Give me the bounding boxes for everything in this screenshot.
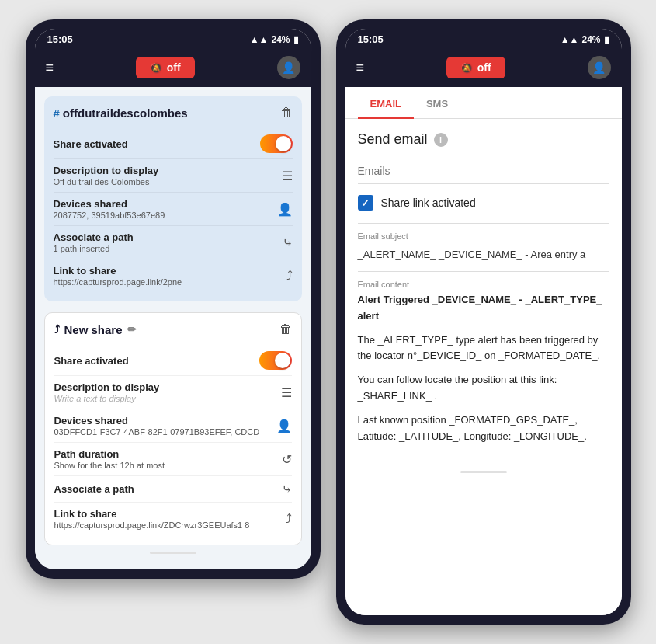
share-link-label: Share link activated <box>381 197 476 209</box>
hamburger-left[interactable]: ≡ <box>46 60 54 76</box>
link-icon-2: ⤴ <box>279 512 292 526</box>
user-icon-left: 👤 <box>282 61 295 74</box>
scrollbar-hint-right <box>460 471 507 473</box>
hamburger-right[interactable]: ≡ <box>356 60 365 76</box>
share-row-2-description: Description to display Write a text to d… <box>54 376 292 409</box>
share-row-2-desc-value: Write a text to display <box>54 394 275 403</box>
share-row-2-duration-value: Show for the last 12h at most <box>54 461 276 470</box>
share-card-2-header: ⤴ New share ✏ 🗑 <box>54 322 292 336</box>
share-row-2-duration-label: Path duration <box>54 448 276 460</box>
toggle-2-activated[interactable] <box>259 351 292 370</box>
phone-content-right: EMAIL SMS Send email i ✓ Share link acti <box>345 87 622 615</box>
top-bar-left: ≡ 🔕 off 👤 <box>35 50 311 87</box>
share-card-2-name: New share <box>64 323 123 336</box>
scrollbar-hint-left <box>150 552 196 554</box>
toggle-knob-1 <box>276 136 291 151</box>
user-icon-right: 👤 <box>592 61 606 74</box>
share-card-2-title: ⤴ New share ✏ <box>54 323 137 336</box>
share-row-1-devices-value: 2087752, 39519abf53e67e89 <box>54 211 271 220</box>
share-link-row: ✓ Share link activated <box>358 195 609 211</box>
devices-icon-2: 👤 <box>270 419 292 433</box>
share-row-1-link: Link to share https://captursprod.page.l… <box>54 259 293 292</box>
devices-icon-1: 👤 <box>271 202 293 217</box>
path-icon-1: ⤷ <box>276 235 293 250</box>
description-icon-2: ☰ <box>275 385 292 400</box>
phone-right: 15:05 ▲▲ 24% ▮ ≡ 🔕 off 👤 <box>336 19 631 625</box>
description-icon-1: ☰ <box>276 169 293 183</box>
time-right: 15:05 <box>358 33 384 45</box>
user-avatar-right[interactable]: 👤 <box>588 56 611 79</box>
phone-left: 15:05 ▲▲ 24% ▮ ≡ 🔕 off 👤 <box>26 19 321 579</box>
share-row-1-desc-value: Off du trail des Colombes <box>54 177 276 186</box>
checkbox-check-icon: ✓ <box>361 197 370 209</box>
email-content-label: Email content <box>358 280 609 289</box>
share-row-2-path-label: Associate a path <box>54 483 276 495</box>
share-icon-2: ⤴ <box>54 323 60 336</box>
bell-slash-icon-left: 🔕 <box>150 62 162 74</box>
email-body-line-4: Last known position _FORMATED_GPS_DATE_,… <box>358 413 609 445</box>
email-body-line-3: You can follow locate the position at th… <box>358 372 609 405</box>
phone-content-left: # offdutraildescolom​bes 🗑 Share activat… <box>35 87 311 569</box>
edit-icon-2[interactable]: ✏ <box>127 323 137 336</box>
link-icon-1: ⤴ <box>280 269 293 283</box>
share-card-2: ⤴ New share ✏ 🗑 Share activated <box>44 312 302 545</box>
off-button-left[interactable]: 🔕 off <box>136 57 195 78</box>
share-link-checkbox[interactable]: ✓ <box>358 195 373 211</box>
signal-icon-right: ▲▲ <box>561 34 579 45</box>
email-body: Alert Triggered _DEVICE_NAME_ - _ALERT_T… <box>358 292 609 444</box>
off-label-left: off <box>167 61 181 74</box>
path-icon-2: ⤷ <box>276 482 292 496</box>
share-row-2-duration: Path duration Show for the last 12h at m… <box>54 443 292 476</box>
send-email-title: Send email i <box>358 131 609 148</box>
share-card-1: # offdutraildescolom​bes 🗑 Share activat… <box>44 96 302 301</box>
share-row-1-desc-label: Description to display <box>54 165 276 176</box>
info-icon[interactable]: i <box>434 133 448 147</box>
battery-icon-right: ▮ <box>604 34 609 45</box>
share-row-2-link: Link to share https://captursprod.page.l… <box>54 503 292 535</box>
hash-icon-1: # <box>54 106 60 120</box>
trash-icon-1[interactable]: 🗑 <box>280 106 293 120</box>
toggle-knob-2 <box>275 353 290 368</box>
user-avatar-left[interactable]: 👤 <box>277 56 300 79</box>
emails-input[interactable] <box>358 158 609 184</box>
email-content: Send email i ✓ Share link activated Emai… <box>345 119 622 465</box>
battery-left: 24% <box>271 34 290 45</box>
phone-right-inner: 15:05 ▲▲ 24% ▮ ≡ 🔕 off 👤 <box>345 29 622 615</box>
status-bar-left: 15:05 ▲▲ 24% ▮ <box>35 29 311 50</box>
tabs: EMAIL SMS <box>345 87 622 119</box>
tab-email[interactable]: EMAIL <box>358 87 414 119</box>
share-row-1-devices-label: Devices shared <box>54 198 271 210</box>
bell-slash-icon-right: 🔕 <box>460 62 473 74</box>
share-row-2-activated: Share activated <box>54 346 292 376</box>
email-body-line-1: Alert Triggered _DEVICE_NAME_ - _ALERT_T… <box>358 292 609 325</box>
battery-right: 24% <box>581 34 600 45</box>
divider-1 <box>358 223 609 224</box>
share-row-1-devices: Devices shared 2087752, 39519abf53e67e89… <box>54 193 293 226</box>
send-email-label: Send email <box>358 131 428 148</box>
share-row-2-devices-label: Devices shared <box>54 415 270 426</box>
signal-battery-left: ▲▲ 24% ▮ <box>250 34 299 45</box>
battery-icon-left: ▮ <box>293 34 299 45</box>
trash-icon-2[interactable]: 🗑 <box>279 322 292 336</box>
signal-icon-left: ▲▲ <box>250 34 269 45</box>
off-label-right: off <box>477 61 491 74</box>
share-row-2-desc-label: Description to display <box>54 381 275 393</box>
signal-battery-right: ▲▲ 24% ▮ <box>561 34 609 45</box>
screenshot-container: 15:05 ▲▲ 24% ▮ ≡ 🔕 off 👤 <box>26 19 631 625</box>
share-card-1-header: # offdutraildescolom​bes 🗑 <box>54 106 293 120</box>
email-body-line-2: The _ALERT_TYPE_ type alert has been tri… <box>358 332 609 365</box>
share-row-2-activated-label: Share activated <box>54 355 259 367</box>
duration-icon-2: ↺ <box>276 452 292 467</box>
share-row-1-activated: Share activated <box>54 129 293 159</box>
email-subject-label: Email subject <box>358 231 609 241</box>
tab-sms[interactable]: SMS <box>414 87 460 119</box>
off-button-right[interactable]: 🔕 off <box>446 57 505 78</box>
share-row-1-path-label: Associate a path <box>54 231 276 243</box>
share-row-1-path-value: 1 path inserted <box>54 244 276 253</box>
share-row-1-activated-label: Share activated <box>54 138 260 150</box>
share-row-1-link-label: Link to share <box>54 265 280 277</box>
share-row-2-devices-value: 03DFFCD1-F3C7-4ABF-82F1-07971B93EFEF, CD… <box>54 427 270 437</box>
share-card-1-title: # offdutraildescolom​bes <box>54 106 188 120</box>
toggle-1-activated[interactable] <box>260 134 293 153</box>
email-subject-value: _ALERT_NAME_ _DEVICE_NAME_ - Area entry … <box>358 244 609 265</box>
